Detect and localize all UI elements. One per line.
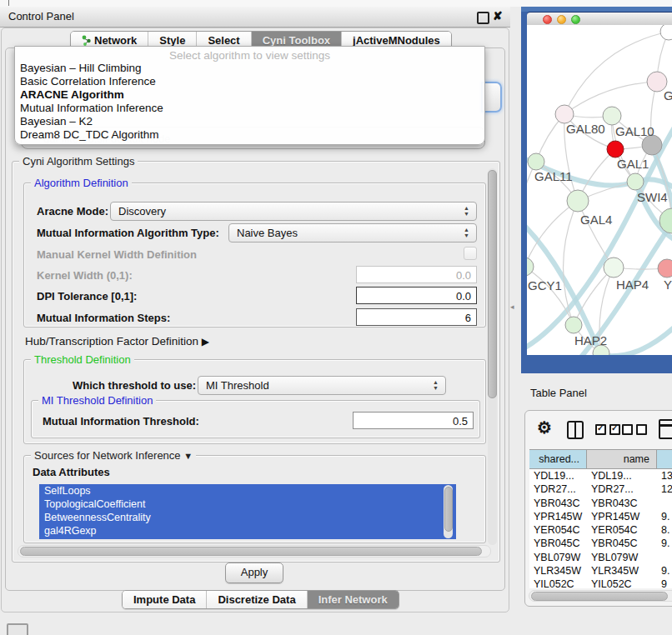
table-cell bbox=[657, 497, 672, 510]
tab-infer-network[interactable]: Infer Network bbox=[307, 591, 399, 608]
mi-threshold-group-title: MI Threshold Definition bbox=[38, 394, 156, 407]
settings-scroll-thumb[interactable] bbox=[488, 170, 497, 398]
minimized-panel-icon[interactable] bbox=[7, 623, 28, 635]
network-node-gal11[interactable] bbox=[528, 153, 544, 170]
tab-impute-data[interactable]: Impute Data bbox=[123, 591, 206, 608]
table-cell: YBR043C bbox=[529, 497, 587, 510]
network-node-hap4[interactable] bbox=[604, 258, 624, 278]
manual-kernel-checkbox[interactable] bbox=[464, 247, 477, 260]
threshold-definition-group: Threshold Definition Which threshold to … bbox=[23, 359, 486, 444]
network-node-gal80[interactable] bbox=[555, 105, 574, 123]
network-node-gal10[interactable] bbox=[603, 107, 621, 125]
table-cell: 12 bbox=[657, 482, 672, 496]
network-graph: GALGAL80GAL10GAL1SWI4GAL11GAL4GCY1HAP4YH… bbox=[527, 25, 672, 355]
table-row[interactable]: YPR145WYPR145W9. bbox=[529, 510, 672, 523]
splitter-collapse-icon[interactable]: ◂ bbox=[510, 302, 514, 311]
attribute-item[interactable]: TopologicalCoefficient bbox=[39, 498, 456, 511]
attribute-item[interactable]: SelfLoops bbox=[39, 484, 456, 498]
mi-steps-field[interactable]: 6 bbox=[356, 308, 477, 326]
dpi-tolerance-field[interactable]: 0.0 bbox=[356, 287, 477, 304]
table-cell: 9. bbox=[657, 564, 672, 578]
table-header-row: shared...name bbox=[529, 449, 672, 469]
hub-definition-toggle[interactable]: Hub/Transcription Factor Definition ▶ bbox=[25, 335, 209, 348]
network-node-gal1[interactable] bbox=[607, 141, 624, 158]
cyni-algorithm-settings-group: Cyni Algorithm Settings Algorithm Defini… bbox=[12, 161, 500, 562]
network-edge-thick[interactable] bbox=[600, 318, 672, 355]
table-row[interactable]: YER054CYER054C8. bbox=[529, 523, 672, 537]
deselect-all-checkboxes-icon[interactable] bbox=[622, 424, 647, 435]
network-node-hap2[interactable] bbox=[565, 317, 582, 333]
network-canvas[interactable]: GALGAL80GAL10GAL1SWI4GAL11GAL4GCY1HAP4YH… bbox=[527, 25, 672, 355]
table-cell: 13 bbox=[657, 469, 672, 482]
close-icon[interactable]: ✘ bbox=[493, 9, 503, 22]
table-hscroll-thumb[interactable] bbox=[531, 592, 668, 601]
network-window-titlebar[interactable] bbox=[527, 12, 672, 26]
table-cell: 9. bbox=[657, 537, 672, 550]
algorithm-option[interactable]: Basic Correlation Inference bbox=[15, 75, 484, 88]
float-window-icon[interactable] bbox=[477, 12, 489, 24]
settings-group-title: Cyni Algorithm Settings bbox=[19, 155, 138, 168]
kernel-width-field[interactable]: 0.0 bbox=[356, 266, 477, 283]
network-edge[interactable] bbox=[527, 267, 574, 325]
table-row[interactable]: YDR27...YDR27...12 bbox=[529, 482, 672, 496]
attribute-item[interactable]: BetweennessCentrality bbox=[39, 511, 456, 524]
table-row[interactable]: YIL052CYIL052C9 bbox=[529, 578, 672, 588]
attribute-item[interactable]: gal4RGexp bbox=[39, 524, 456, 538]
table-settings-gear-icon[interactable]: ⚙ bbox=[537, 418, 552, 438]
minimize-traffic-light-icon[interactable] bbox=[557, 15, 566, 24]
table-row[interactable]: YBL079WYBL079W bbox=[529, 551, 672, 564]
settings-horizontal-scrollbar[interactable] bbox=[18, 545, 491, 558]
data-attributes-list[interactable]: SelfLoopsTopologicalCoefficientBetweenne… bbox=[39, 484, 456, 539]
close-traffic-light-icon[interactable] bbox=[543, 15, 552, 24]
column-header[interactable] bbox=[657, 450, 672, 468]
table-cell: YDR27... bbox=[529, 482, 587, 496]
mi-threshold-group: MI Threshold Definition Mutual Informati… bbox=[31, 400, 480, 438]
column-header[interactable]: name bbox=[587, 450, 657, 468]
tab-discretize-data[interactable]: Discretize Data bbox=[206, 591, 306, 608]
algorithm-option[interactable]: ARACNE Algorithm bbox=[15, 88, 484, 102]
zoom-traffic-light-icon[interactable] bbox=[571, 15, 580, 24]
attributes-scroll-thumb[interactable] bbox=[444, 487, 453, 532]
mi-threshold-field[interactable]: 0.5 bbox=[353, 412, 474, 429]
aracne-mode-combo[interactable]: Discovery ▲▼ bbox=[110, 202, 477, 221]
mi-algorithm-type-combo[interactable]: Naive Bayes ▲▼ bbox=[228, 223, 477, 242]
attributes-scrollbar[interactable] bbox=[444, 485, 453, 538]
top-tick bbox=[8, 0, 9, 6]
algorithm-dropdown-popup: Select algorithm to view settings Bayesi… bbox=[14, 46, 485, 145]
table-cell: YIL052C bbox=[587, 578, 657, 588]
network-node-top[interactable] bbox=[660, 25, 672, 40]
node-label: GAL1 bbox=[617, 157, 649, 171]
network-node-swi4[interactable] bbox=[627, 173, 644, 190]
combo-spinner-icon: ▲▼ bbox=[463, 227, 470, 238]
which-threshold-combo[interactable]: MI Threshold ▲▼ bbox=[198, 376, 446, 395]
table-cell: YLR345W bbox=[529, 564, 587, 578]
algorithm-option[interactable]: Mutual Information Inference bbox=[15, 102, 484, 115]
network-node-gcy1[interactable] bbox=[527, 258, 534, 276]
settings-hscroll-thumb[interactable] bbox=[20, 547, 482, 556]
network-icon bbox=[82, 35, 91, 46]
network-node-gal4[interactable] bbox=[567, 190, 589, 212]
network-edge[interactable] bbox=[578, 201, 614, 268]
column-layout-icon[interactable] bbox=[567, 421, 584, 439]
apply-button[interactable]: Apply bbox=[225, 562, 283, 583]
top-strip bbox=[0, 0, 672, 7]
node-label: HAP2 bbox=[574, 333, 607, 348]
network-node-y[interactable] bbox=[658, 259, 672, 278]
table-row[interactable]: YBR045CYBR045C9. bbox=[529, 537, 672, 550]
node-table: shared...name YDL19...YDL19...13YDR27...… bbox=[529, 449, 672, 588]
column-header[interactable]: shared... bbox=[529, 450, 587, 468]
table-row[interactable]: YLR345WYLR345W9. bbox=[529, 564, 672, 578]
settings-vertical-scrollbar[interactable] bbox=[488, 168, 497, 545]
sources-group-title[interactable]: Sources for Network Inference ▼ bbox=[31, 449, 196, 462]
algorithm-option[interactable]: Dream8 DC_TDC Algorithm bbox=[15, 128, 484, 142]
table-row[interactable]: YBR043CYBR043C bbox=[529, 497, 672, 510]
control-panel: Control Panel ✘ NetworkStyleSelectCyni T… bbox=[0, 7, 510, 612]
algorithm-option[interactable]: Bayesian – Hill Climbing bbox=[15, 62, 484, 75]
table-row[interactable]: YDL19...YDL19...13 bbox=[529, 469, 672, 482]
table-horizontal-scrollbar[interactable] bbox=[529, 590, 672, 602]
algorithm-option[interactable]: Bayesian – K2 bbox=[15, 115, 484, 128]
select-all-checkboxes-icon[interactable] bbox=[595, 424, 620, 435]
node-label: GAL80 bbox=[566, 122, 605, 136]
sources-title-text: Sources for Network Inference bbox=[34, 449, 181, 462]
table-function-icon[interactable] bbox=[659, 419, 672, 439]
